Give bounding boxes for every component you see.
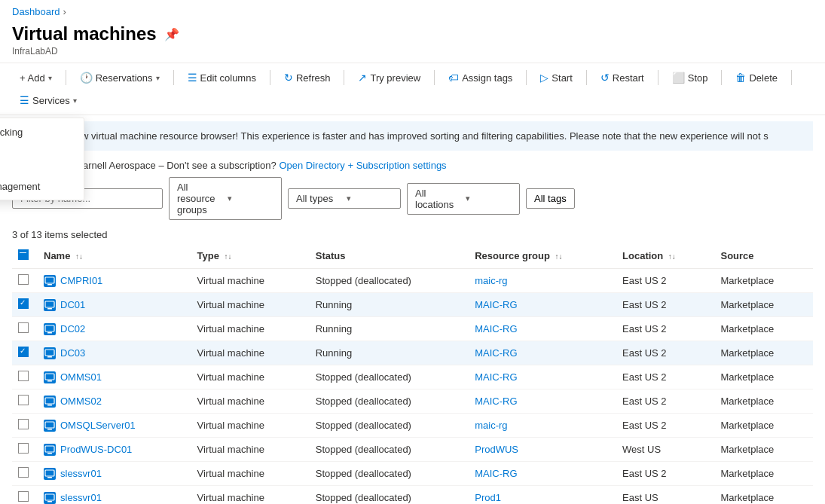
delete-button[interactable]: 🗑 Delete [728,68,785,87]
resource-group-link[interactable]: ProdWUS [475,444,518,455]
select-all-header[interactable] [12,243,38,269]
tags-filter[interactable]: All tags [526,188,575,209]
breadcrumb-home[interactable]: Dashboard [12,6,60,17]
vm-name-link[interactable]: slessvr01 [60,468,102,479]
vm-name-link[interactable]: CMPRI01 [60,275,102,286]
separator-9 [721,70,722,85]
row-checkbox[interactable] [18,491,29,502]
assign-tags-button[interactable]: 🏷 Assign tags [441,68,520,87]
row-resource-group: MAIC-RG [469,389,616,414]
vm-name-link[interactable]: OMSQLServer01 [60,420,136,431]
resource-group-link[interactable]: MAIC-RG [475,323,517,334]
table-row: DC03 Virtual machineRunningMAIC-RGEast U… [12,341,813,365]
services-label: Services [32,95,70,106]
vm-icon [44,443,56,456]
type-filter[interactable]: All types ▾ [288,188,401,209]
table-row: DC02 Virtual machineRunningMAIC-RGEast U… [12,317,813,341]
resource-group-link[interactable]: maic-rg [475,275,507,286]
row-checkbox[interactable] [18,298,29,309]
row-location: East US 2 [616,269,714,293]
delete-icon: 🗑 [735,72,746,84]
row-checkbox-cell [12,389,38,414]
refresh-label: Refresh [296,72,331,84]
vm-name-link[interactable]: slessvr01 [60,492,102,503]
table-row: DC01 Virtual machineRunningMAIC-RGEast U… [12,293,813,317]
open-directory-link[interactable]: Open Directory + Subscription settings [279,160,446,171]
svg-rect-29 [47,501,52,502]
row-resource-group: MAIC-RG [469,341,616,365]
row-checkbox[interactable] [18,467,29,478]
services-button[interactable]: ☰ Services ▾ [12,90,84,110]
resource-group-link[interactable]: MAIC-RG [475,299,517,310]
type-caret: ▾ [347,194,393,203]
restart-button[interactable]: ↺ Restart [593,68,652,87]
row-checkbox[interactable] [18,395,29,405]
row-resource-group: ProdWUS [469,438,616,462]
refresh-button[interactable]: ↻ Refresh [277,68,338,87]
row-location: East US 2 [616,414,714,438]
row-type: Virtual machine [191,341,310,365]
services-dropdown-item-inventory[interactable]: ☰ Inventory [0,145,84,173]
name-sort-icon[interactable]: ↑↓ [75,252,83,261]
vm-icon [44,371,56,383]
row-checkbox[interactable] [18,322,29,333]
vm-name-link[interactable]: OMMS01 [60,371,102,383]
resource-group-link[interactable]: MAIC-RG [475,468,517,479]
table-body: CMPRI01 Virtual machineStopped (dealloca… [12,269,813,505]
separator-8 [658,70,658,85]
rg-sort-icon[interactable]: ↑↓ [555,252,563,261]
breadcrumb: Dashboard › [0,0,825,20]
resource-group-link[interactable]: maic-rg [475,420,507,431]
reservations-button[interactable]: 🕐 Reservations ▾ [72,68,167,87]
row-checkbox[interactable] [18,419,29,429]
vm-name-link[interactable]: ProdWUS-DC01 [60,444,132,455]
separator-1 [66,70,66,85]
services-dropdown-item-update-management[interactable]: ☰ Update Management [0,173,84,200]
row-status: Stopped (deallocated) [310,486,469,505]
services-container: ☰ Services ▾ ☰ Change Tracking ☰ Invento… [12,90,84,110]
pin-icon[interactable]: 📌 [164,27,179,41]
svg-rect-17 [47,405,52,406]
location-value: All locations [415,188,461,210]
services-dropdown: ☰ Change Tracking ☰ Inventory ☰ Update M… [0,118,84,200]
resource-group-link[interactable]: Prod1 [475,492,501,503]
resource-group-link[interactable]: MAIC-RG [475,347,517,359]
row-checkbox[interactable] [18,347,29,357]
vm-name-link[interactable]: DC02 [60,323,85,334]
add-button[interactable]: + Add ▾ [12,69,60,87]
services-dropdown-item-change-tracking[interactable]: ☰ Change Tracking [0,118,84,145]
row-checkbox[interactable] [18,274,29,285]
start-button[interactable]: ▷ Start [533,68,579,87]
location-sort-icon[interactable]: ↑↓ [668,252,676,261]
try-preview-button[interactable]: ↗ Try preview [350,68,428,87]
row-checkbox[interactable] [18,371,29,381]
row-type: Virtual machine [191,317,310,341]
vm-name-link[interactable]: OMMS02 [60,396,102,407]
edit-columns-button[interactable]: ☰ Edit columns [180,68,264,87]
row-name: slessvr01 [38,486,191,505]
select-all-checkbox[interactable] [18,249,29,260]
row-name: DC01 [38,293,191,317]
type-value: All types [296,193,342,204]
resource-group-link[interactable]: MAIC-RG [475,371,517,383]
type-sort-icon[interactable]: ↑↓ [225,252,232,261]
subscriptions-row: Subscriptions: Parnell Aerospace – Don't… [12,160,813,171]
edit-columns-icon: ☰ [188,72,197,84]
location-filter[interactable]: All locations ▾ [407,183,520,215]
row-name: OMMS02 [38,389,191,414]
resource-group-link[interactable]: MAIC-RG [475,396,517,407]
vm-name-link[interactable]: DC03 [60,347,85,359]
row-checkbox[interactable] [18,443,29,454]
resource-group-filter[interactable]: All resource groups ▾ [169,177,282,220]
stop-button[interactable]: ⬜ Stop [665,68,716,87]
row-checkbox-cell [12,317,38,341]
table-header: Name ↑↓ Type ↑↓ Status Resource group ↑↓… [12,243,813,269]
row-type: Virtual machine [191,293,310,317]
row-type: Virtual machine [191,414,310,438]
resource-group-caret: ▾ [228,194,273,203]
vm-name-link[interactable]: DC01 [60,299,85,310]
row-checkbox-cell [12,438,38,462]
delete-label: Delete [749,72,778,84]
col-header-name: Name ↑↓ [38,243,191,269]
restart-icon: ↺ [600,72,610,84]
